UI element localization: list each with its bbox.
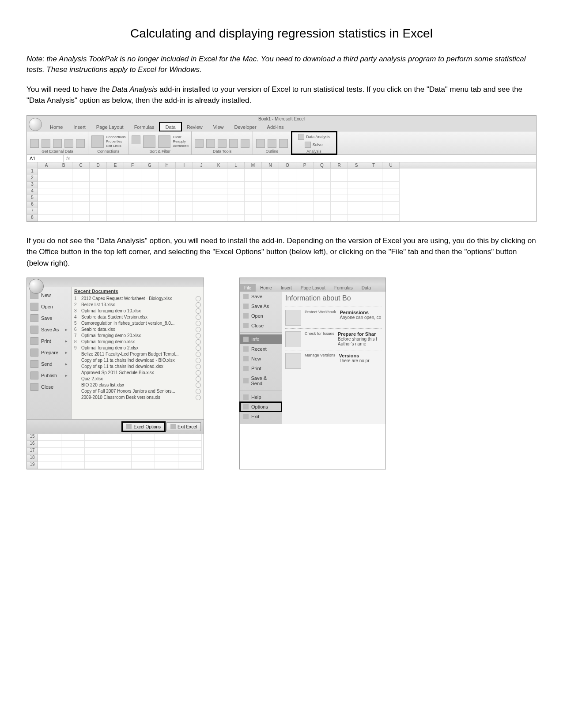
cell[interactable] xyxy=(124,202,141,208)
cell[interactable] xyxy=(176,195,193,202)
cell[interactable] xyxy=(141,208,159,215)
pin-icon[interactable] xyxy=(196,389,201,394)
col-head[interactable]: N xyxy=(262,162,279,169)
recent-doc-item[interactable]: 2Belize list 13.xlsx xyxy=(74,302,201,308)
cell[interactable] xyxy=(38,202,55,208)
col-head[interactable]: D xyxy=(90,162,107,169)
name-box[interactable]: A1 xyxy=(27,155,64,162)
file-menu-close[interactable]: Close xyxy=(240,321,282,330)
recent-doc-item[interactable]: 9Optimal foraging demo 2.xlsx xyxy=(74,345,201,351)
cell[interactable] xyxy=(178,441,202,448)
col-head[interactable]: A xyxy=(38,162,55,169)
cell[interactable] xyxy=(382,182,400,188)
tab-data[interactable]: Data xyxy=(159,122,181,131)
cell[interactable] xyxy=(72,182,90,188)
cell[interactable] xyxy=(365,195,382,202)
cell[interactable] xyxy=(61,448,85,455)
cell[interactable] xyxy=(279,175,296,182)
cell[interactable] xyxy=(38,462,61,469)
fx-icon[interactable]: fx xyxy=(64,155,73,162)
cell[interactable] xyxy=(107,175,124,182)
whatif-icon[interactable] xyxy=(241,139,249,148)
cell[interactable] xyxy=(55,202,72,208)
file-menu-save[interactable]: Save xyxy=(240,292,282,301)
pin-icon[interactable] xyxy=(196,345,201,351)
cell[interactable] xyxy=(365,202,382,208)
cell[interactable] xyxy=(159,195,176,202)
data-analysis-icon[interactable] xyxy=(298,134,304,140)
cell[interactable] xyxy=(314,188,331,195)
cell[interactable] xyxy=(132,455,155,462)
cell[interactable] xyxy=(193,182,210,188)
cell[interactable] xyxy=(38,215,55,221)
cell[interactable] xyxy=(61,441,85,448)
recent-doc-item[interactable]: Copy of sp 11 ta chairs incl download - … xyxy=(74,357,201,364)
cell[interactable] xyxy=(296,202,314,208)
cell[interactable] xyxy=(176,215,193,221)
cell[interactable] xyxy=(107,169,124,175)
row-head[interactable]: 1 xyxy=(27,169,38,175)
cell[interactable] xyxy=(365,208,382,215)
cell[interactable] xyxy=(108,434,132,441)
pin-icon[interactable] xyxy=(196,333,201,338)
cell[interactable] xyxy=(107,202,124,208)
cell[interactable] xyxy=(382,208,400,215)
cell[interactable] xyxy=(72,202,90,208)
cell[interactable] xyxy=(193,202,210,208)
cell[interactable] xyxy=(141,202,159,208)
tab-review[interactable]: Review xyxy=(181,123,208,131)
col-head[interactable]: S xyxy=(348,162,365,169)
cell[interactable] xyxy=(348,182,365,188)
file-menu-options[interactable]: Options xyxy=(240,402,282,412)
tab-home[interactable]: Home xyxy=(256,284,276,292)
cell[interactable] xyxy=(227,195,245,202)
cell[interactable] xyxy=(193,175,210,182)
cell[interactable] xyxy=(38,182,55,188)
pin-icon[interactable] xyxy=(196,315,201,320)
cell[interactable] xyxy=(159,215,176,221)
col-head[interactable]: R xyxy=(331,162,348,169)
cell[interactable] xyxy=(210,175,227,182)
check-issues-button[interactable]: Check for Issues xyxy=(305,331,334,336)
col-head[interactable]: Q xyxy=(314,162,331,169)
cell[interactable] xyxy=(331,195,348,202)
cell[interactable] xyxy=(55,188,72,195)
pin-icon[interactable] xyxy=(196,321,201,326)
exit-excel-button[interactable]: Exit Excel xyxy=(166,422,201,431)
cell[interactable] xyxy=(55,215,72,221)
cell[interactable] xyxy=(210,188,227,195)
cell[interactable] xyxy=(227,188,245,195)
cell[interactable] xyxy=(314,182,331,188)
cell[interactable] xyxy=(55,208,72,215)
recent-doc-item[interactable]: BIO 220 class list.xlsx xyxy=(74,382,201,388)
cell[interactable] xyxy=(348,195,365,202)
file-menu-open[interactable]: Open xyxy=(240,311,282,321)
col-head[interactable]: M xyxy=(245,162,262,169)
menu-item-close[interactable]: Close xyxy=(27,381,71,393)
cell[interactable] xyxy=(38,455,61,462)
cell[interactable] xyxy=(262,195,279,202)
cell[interactable] xyxy=(296,175,314,182)
row-head[interactable]: 8 xyxy=(27,215,38,221)
tab-page-layout[interactable]: Page Layout xyxy=(296,284,330,292)
col-head[interactable]: L xyxy=(227,162,245,169)
cell[interactable] xyxy=(296,169,314,175)
pin-icon[interactable] xyxy=(196,302,201,308)
cell[interactable] xyxy=(193,215,210,221)
cell[interactable] xyxy=(348,188,365,195)
from-web-icon[interactable] xyxy=(42,139,50,148)
cell[interactable] xyxy=(348,215,365,221)
col-head[interactable]: U xyxy=(382,162,400,169)
file-menu-info[interactable]: Info xyxy=(240,334,282,344)
cell[interactable] xyxy=(90,215,107,221)
cell[interactable] xyxy=(72,188,90,195)
cell[interactable] xyxy=(227,175,245,182)
tab-view[interactable]: View xyxy=(208,123,229,131)
cell[interactable] xyxy=(245,215,262,221)
cell[interactable] xyxy=(176,188,193,195)
cell[interactable] xyxy=(331,175,348,182)
manage-versions-button[interactable]: Manage Versions xyxy=(305,353,336,357)
text-to-columns-icon[interactable] xyxy=(195,139,204,148)
cell[interactable] xyxy=(296,215,314,221)
cell[interactable] xyxy=(365,188,382,195)
